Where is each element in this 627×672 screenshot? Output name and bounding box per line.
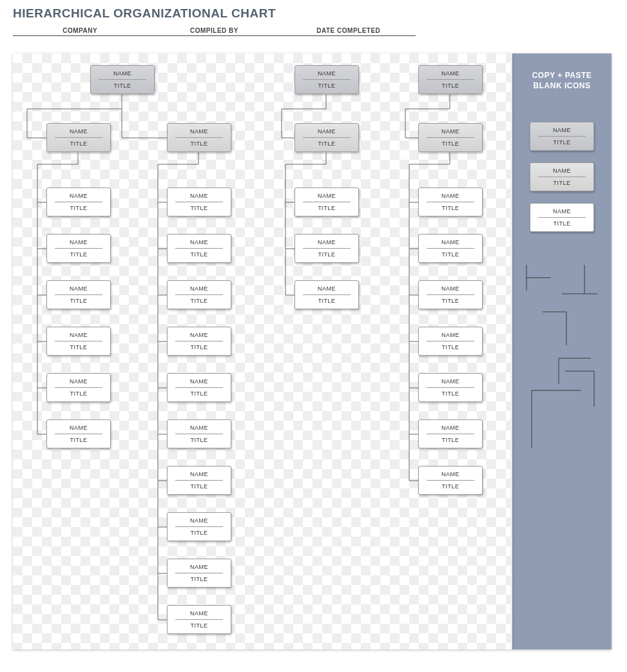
a1-leaf-6[interactable]: NAMETITLE: [46, 419, 111, 448]
c-leaf-2[interactable]: NAMETITLE: [418, 234, 483, 263]
node-name: NAME: [168, 188, 231, 202]
c-leaf-1[interactable]: NAMETITLE: [418, 187, 483, 216]
a2-leaf-7[interactable]: NAMETITLE: [167, 466, 231, 495]
node-name: NAME: [419, 374, 482, 387]
node-name: NAME: [419, 235, 482, 248]
node-title: TITLE: [47, 295, 110, 309]
a1-leaf-5[interactable]: NAMETITLE: [46, 373, 111, 402]
field-compiled-by[interactable]: COMPILED BY: [147, 24, 281, 36]
node-title: TITLE: [419, 341, 482, 355]
c-leaf-4[interactable]: NAMETITLE: [418, 327, 483, 356]
node-name: NAME: [419, 124, 482, 137]
root-a[interactable]: NAMETITLE: [90, 65, 155, 94]
node-title: TITLE: [295, 249, 358, 262]
node-name: NAME: [168, 327, 231, 341]
b-leaf-2[interactable]: NAMETITLE: [294, 234, 359, 263]
node-name: NAME: [47, 124, 110, 137]
a2-leaf-3[interactable]: NAMETITLE: [167, 280, 231, 309]
b-leaf-3[interactable]: NAMETITLE: [294, 280, 359, 309]
a2-leaf-4[interactable]: NAMETITLE: [167, 327, 231, 356]
a2-leaf-9[interactable]: NAMETITLE: [167, 559, 231, 588]
node-title: TITLE: [419, 481, 482, 494]
page-title: HIERARCHICAL ORGANIZATIONAL CHART: [13, 6, 614, 21]
node-title: TITLE: [419, 138, 482, 151]
a2-leaf-1[interactable]: NAMETITLE: [167, 187, 231, 216]
c-leaf-5[interactable]: NAMETITLE: [418, 373, 483, 402]
node-name: NAME: [419, 66, 482, 79]
node-name: NAME: [47, 235, 110, 248]
root-c[interactable]: NAMETITLE: [418, 65, 483, 94]
header-fields: COMPANY COMPILED BY DATE COMPLETED: [13, 24, 416, 36]
a1-leaf-1[interactable]: NAMETITLE: [46, 187, 111, 216]
node-title: TITLE: [47, 249, 110, 262]
node-name: NAME: [47, 420, 110, 434]
a1-leaf-2[interactable]: NAMETITLE: [46, 234, 111, 263]
node-name: NAME: [419, 281, 482, 294]
node-title: TITLE: [530, 177, 593, 191]
a1-leaf-4[interactable]: NAMETITLE: [46, 327, 111, 356]
node-title: TITLE: [168, 202, 231, 216]
a2-leaf-5[interactable]: NAMETITLE: [167, 373, 231, 402]
chart-canvas[interactable]: NAMETITLENAMETITLENAMETITLENAMETITLENAME…: [13, 53, 512, 649]
node-title: TITLE: [419, 202, 482, 216]
node-title: TITLE: [47, 388, 110, 401]
node-name: NAME: [47, 374, 110, 387]
node-title: TITLE: [47, 434, 110, 448]
field-date-completed[interactable]: DATE COMPLETED: [282, 24, 416, 36]
node-title: TITLE: [47, 202, 110, 216]
node-title: TITLE: [168, 481, 231, 494]
node-name: NAME: [530, 163, 593, 177]
node-name: NAME: [419, 327, 482, 341]
node-name: NAME: [419, 420, 482, 434]
node-name: NAME: [295, 235, 358, 248]
a2-leaf-2[interactable]: NAMETITLE: [167, 234, 231, 263]
c-leaf-7[interactable]: NAMETITLE: [418, 466, 483, 495]
node-title: TITLE: [295, 295, 358, 309]
node-title: TITLE: [530, 137, 593, 150]
manager-a1[interactable]: NAMETITLE: [46, 123, 111, 152]
node-title: TITLE: [295, 80, 358, 93]
node-title: TITLE: [168, 527, 231, 541]
node-name: NAME: [168, 606, 231, 619]
manager-a2[interactable]: NAMETITLE: [167, 123, 231, 152]
manager-c[interactable]: NAMETITLE: [418, 123, 483, 152]
node-title: TITLE: [168, 249, 231, 262]
node-title: TITLE: [47, 138, 110, 151]
node-title: TITLE: [419, 434, 482, 448]
a1-leaf-3[interactable]: NAMETITLE: [46, 280, 111, 309]
node-title: TITLE: [168, 295, 231, 309]
a2-leaf-10[interactable]: NAMETITLE: [167, 605, 231, 634]
b-leaf-1[interactable]: NAMETITLE: [294, 187, 359, 216]
node-title: TITLE: [295, 202, 358, 216]
node-title: TITLE: [419, 249, 482, 262]
node-title: TITLE: [295, 138, 358, 151]
node-name: NAME: [168, 513, 231, 526]
node-name: NAME: [168, 124, 231, 137]
node-name: NAME: [47, 327, 110, 341]
sidebar-connector-samples: [520, 262, 604, 468]
sidebar-sample-leaf[interactable]: NAMETITLE: [530, 203, 594, 232]
a2-leaf-8[interactable]: NAMETITLE: [167, 512, 231, 541]
node-name: NAME: [47, 188, 110, 202]
node-name: NAME: [419, 188, 482, 202]
node-name: NAME: [168, 420, 231, 434]
node-name: NAME: [168, 235, 231, 248]
sidebar-sample-manager[interactable]: NAMETITLE: [530, 162, 594, 191]
node-title: TITLE: [419, 388, 482, 401]
sidebar-sample-top[interactable]: NAMETITLE: [530, 122, 594, 151]
node-title: TITLE: [419, 295, 482, 309]
c-leaf-3[interactable]: NAMETITLE: [418, 280, 483, 309]
node-title: TITLE: [168, 341, 231, 355]
node-title: TITLE: [168, 573, 231, 587]
manager-b[interactable]: NAMETITLE: [294, 123, 359, 152]
node-name: NAME: [168, 466, 231, 480]
root-b[interactable]: NAMETITLE: [294, 65, 359, 94]
a2-leaf-6[interactable]: NAMETITLE: [167, 419, 231, 448]
node-title: TITLE: [168, 138, 231, 151]
field-company[interactable]: COMPANY: [13, 24, 147, 36]
node-name: NAME: [168, 374, 231, 387]
node-name: NAME: [530, 122, 593, 136]
node-name: NAME: [168, 281, 231, 294]
c-leaf-6[interactable]: NAMETITLE: [418, 419, 483, 448]
node-name: NAME: [168, 559, 231, 573]
